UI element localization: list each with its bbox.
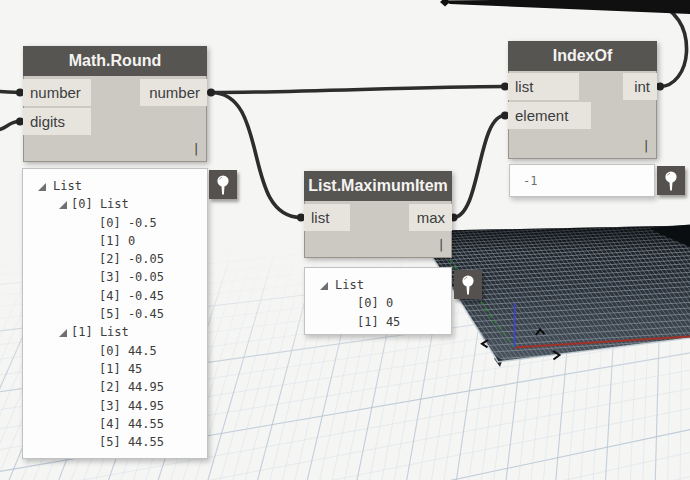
dynamo-canvas[interactable]: Math.Round number digits number | List.M… <box>0 0 690 480</box>
preview-text: [4] -0.45 <box>99 287 164 305</box>
preview-line: [0] 0 <box>305 294 451 312</box>
preview-text: [1] 45 <box>99 360 142 378</box>
preview-bubble-math-round[interactable]: List[0] List[0] -0.5[1] 0[2] -0.05[3] -0… <box>22 168 208 459</box>
preview-line: [1] 45 <box>305 313 451 331</box>
pin-icon <box>209 170 237 199</box>
expander-triangle-icon[interactable] <box>58 328 68 338</box>
node-list-maximumitem-title: List.MaximumItem <box>308 177 448 195</box>
pin-icon <box>657 166 685 195</box>
preview-text: List <box>335 276 364 294</box>
preview-line: [1] 45 <box>23 360 207 378</box>
preview-text: [0] 44.5 <box>99 342 157 360</box>
preview-text: [0] -0.5 <box>99 214 157 232</box>
preview-line: List <box>305 276 451 294</box>
node-indexof[interactable]: IndexOf list element int | <box>508 41 657 159</box>
node-list-maximumitem-header[interactable]: List.MaximumItem <box>304 171 452 201</box>
preview-text: [3] 44.95 <box>99 397 164 415</box>
port-in-list[interactable]: list <box>304 204 350 231</box>
port-in-digits[interactable]: digits <box>23 108 91 135</box>
preview-line: [4] -0.45 <box>23 287 207 305</box>
preview-text: List <box>53 177 82 195</box>
lacing-indicator[interactable]: | <box>192 142 200 155</box>
port-dot[interactable] <box>656 83 664 91</box>
preview-text: [0] 0 <box>357 294 393 312</box>
preview-line: [2] 44.95 <box>23 378 207 396</box>
preview-text: [1] 0 <box>99 232 135 250</box>
expander-triangle-icon[interactable] <box>58 200 68 210</box>
expander-triangle-icon[interactable] <box>37 182 47 192</box>
preview-line: List <box>23 177 207 195</box>
preview-text: [4] 44.55 <box>99 415 164 433</box>
wire-end-diamond[interactable] <box>440 0 450 7</box>
preview-value: -1 <box>523 165 537 196</box>
node-indexof-title: IndexOf <box>553 47 613 65</box>
pin-stem <box>670 182 673 191</box>
pin-stem <box>222 186 225 195</box>
node-indexof-header[interactable]: IndexOf <box>508 41 657 71</box>
preview-line: [4] 44.55 <box>23 415 207 433</box>
port-in-element[interactable]: element <box>508 102 591 129</box>
preview-text: [1] 45 <box>357 313 400 331</box>
port-out-int[interactable]: int <box>623 73 657 100</box>
lacing-indicator[interactable]: | <box>642 139 650 152</box>
preview-line: [0] List <box>23 195 207 213</box>
port-dot[interactable] <box>207 89 215 97</box>
preview-line: [2] -0.05 <box>23 250 207 268</box>
port-out-max[interactable]: max <box>409 204 452 231</box>
pin-preview-button[interactable] <box>657 166 685 195</box>
preview-text: [5] -0.45 <box>99 305 164 323</box>
port-in-list[interactable]: list <box>508 73 579 100</box>
preview-text: [0] List <box>71 195 129 213</box>
pin-preview-button[interactable] <box>209 170 237 199</box>
node-math-round-header[interactable]: Math.Round <box>23 46 207 76</box>
pin-preview-button[interactable] <box>454 270 482 299</box>
node-list-maximumitem[interactable]: List.MaximumItem list max | <box>304 171 452 258</box>
lacing-indicator[interactable]: | <box>437 238 445 251</box>
node-math-round[interactable]: Math.Round number digits number | <box>23 46 207 162</box>
node-math-round-title: Math.Round <box>69 52 161 70</box>
preview-line: [5] -0.45 <box>23 305 207 323</box>
pin-head <box>462 275 473 286</box>
preview-line: [3] -0.05 <box>23 268 207 286</box>
preview-text: [5] 44.55 <box>99 433 164 451</box>
preview-line: [5] 44.55 <box>23 433 207 451</box>
preview-line: [1] 0 <box>23 232 207 250</box>
preview-text: [2] -0.05 <box>99 250 164 268</box>
preview-bubble-list-maximumitem[interactable]: List[0] 0[1] 45 <box>304 267 452 335</box>
port-out-number[interactable]: number <box>140 79 207 106</box>
preview-line: [0] -0.5 <box>23 214 207 232</box>
wire-bundle-top[interactable] <box>443 0 690 14</box>
port-in-number[interactable]: number <box>23 79 91 106</box>
preview-bubble-indexof[interactable]: -1 <box>509 164 655 197</box>
pin-icon <box>454 270 482 299</box>
wire-round-to-indexof[interactable] <box>211 87 505 93</box>
expander-triangle-icon[interactable] <box>319 281 329 291</box>
pin-head <box>665 171 676 182</box>
wire-into-digits[interactable] <box>0 122 19 131</box>
pin-stem <box>467 286 470 295</box>
preview-text: [3] -0.05 <box>99 268 164 286</box>
pin-head <box>217 175 228 186</box>
preview-text: [2] 44.95 <box>99 378 164 396</box>
preview-line: [0] 44.5 <box>23 342 207 360</box>
wire-max-to-element[interactable] <box>453 116 505 218</box>
preview-text: [1] List <box>71 323 129 341</box>
preview-line: [1] List <box>23 323 207 341</box>
preview-line: [3] 44.95 <box>23 397 207 415</box>
